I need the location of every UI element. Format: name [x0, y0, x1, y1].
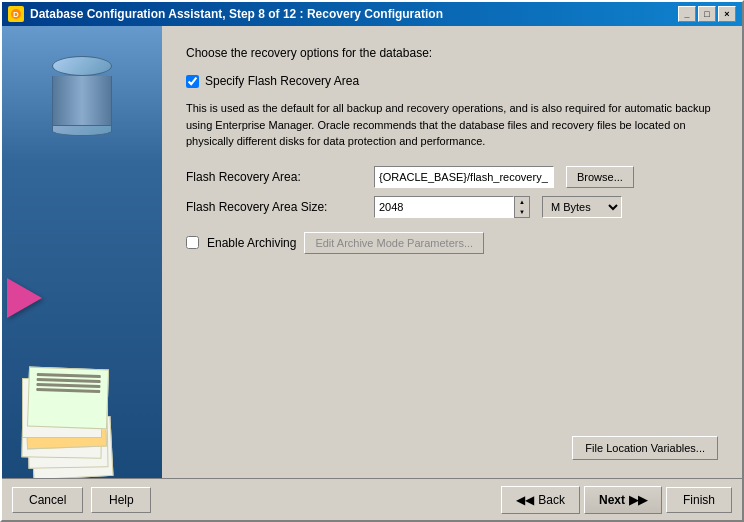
help-button[interactable]: Help — [91, 487, 151, 513]
form-section: Flash Recovery Area: Browse... Flash Rec… — [186, 166, 718, 218]
right-panel: Choose the recovery options for the data… — [162, 26, 742, 478]
file-location-button[interactable]: File Location Variables... — [572, 436, 718, 460]
next-arrow-icon: ▶▶ — [629, 493, 647, 507]
close-button[interactable]: × — [718, 6, 736, 22]
title-bar: D Database Configuration Assistant, Step… — [2, 2, 742, 26]
description-text: This is used as the default for all back… — [186, 100, 718, 150]
specify-flash-checkbox[interactable] — [186, 75, 199, 88]
back-arrow-icon: ◀◀ — [516, 493, 534, 507]
flash-recovery-area-row: Flash Recovery Area: Browse... — [186, 166, 718, 188]
spinbox-controls: ▲ ▼ — [514, 196, 530, 218]
spin-down-button[interactable]: ▼ — [515, 207, 529, 217]
title-bar-text: D Database Configuration Assistant, Step… — [8, 6, 443, 22]
bottom-left-buttons: Cancel Help — [12, 487, 151, 513]
size-unit-dropdown[interactable]: M Bytes G Bytes — [542, 196, 622, 218]
spin-up-button[interactable]: ▲ — [515, 197, 529, 207]
decorative-image — [2, 26, 162, 478]
minimize-button[interactable]: _ — [678, 6, 696, 22]
size-spinbox: ▲ ▼ — [374, 196, 530, 218]
db-cylinder-icon — [52, 56, 112, 126]
content-area: Choose the recovery options for the data… — [2, 26, 742, 478]
finish-button[interactable]: Finish — [666, 487, 732, 513]
specify-flash-label: Specify Flash Recovery Area — [205, 74, 359, 88]
flash-recovery-area-input[interactable] — [374, 166, 554, 188]
next-button[interactable]: Next ▶▶ — [584, 486, 662, 514]
left-panel — [2, 26, 162, 478]
flash-recovery-size-row: Flash Recovery Area Size: ▲ ▼ M Bytes G … — [186, 196, 718, 218]
window-title: Database Configuration Assistant, Step 8… — [30, 7, 443, 21]
specify-flash-row: Specify Flash Recovery Area — [186, 74, 718, 88]
flash-recovery-area-label: Flash Recovery Area: — [186, 170, 366, 184]
app-icon: D — [8, 6, 24, 22]
main-window: D Database Configuration Assistant, Step… — [0, 0, 744, 522]
enable-archiving-checkbox[interactable] — [186, 236, 199, 249]
flash-recovery-size-label: Flash Recovery Area Size: — [186, 200, 366, 214]
browse-button[interactable]: Browse... — [566, 166, 634, 188]
enable-archiving-row: Enable Archiving Edit Archive Mode Param… — [186, 232, 718, 254]
bottom-bar: Cancel Help ◀◀ Back Next ▶▶ Finish — [2, 478, 742, 520]
title-bar-controls: _ □ × — [678, 6, 736, 22]
instruction-text: Choose the recovery options for the data… — [186, 46, 718, 60]
svg-text:D: D — [13, 10, 19, 19]
arrow-icon — [7, 278, 42, 318]
edit-archive-button[interactable]: Edit Archive Mode Parameters... — [304, 232, 484, 254]
flash-recovery-size-input[interactable] — [374, 196, 514, 218]
enable-archiving-label: Enable Archiving — [207, 236, 296, 250]
bottom-right-buttons: ◀◀ Back Next ▶▶ Finish — [501, 486, 732, 514]
maximize-button[interactable]: □ — [698, 6, 716, 22]
cancel-button[interactable]: Cancel — [12, 487, 83, 513]
back-button[interactable]: ◀◀ Back — [501, 486, 580, 514]
